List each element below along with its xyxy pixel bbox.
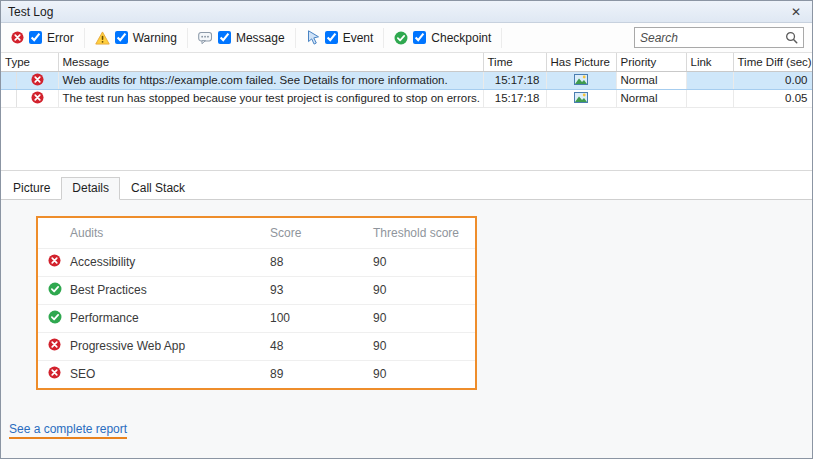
pass-icon [38, 276, 66, 304]
details-panel: AuditsScoreThreshold score Accessibility… [1, 200, 812, 458]
audit-name: Best Practices [66, 276, 266, 304]
log-message: Web audits for https://example.com faile… [58, 71, 483, 89]
event-icon [306, 30, 320, 45]
error-icon [11, 31, 24, 44]
audit-name: SEO [66, 360, 266, 388]
column-header-time-diff-sec-[interactable]: Time Diff (sec) [733, 53, 812, 71]
audit-table-body: Accessibility8890Best Practices9390Perfo… [38, 248, 475, 388]
message-icon [198, 31, 213, 45]
audit-column-header-audits: Audits [66, 218, 266, 248]
log-time: 15:17:18 [483, 71, 546, 89]
filter-warning[interactable]: Warning [85, 28, 188, 48]
filter-event[interactable]: Event [296, 28, 385, 48]
column-header-link[interactable]: Link [686, 53, 733, 71]
audit-column-header-score: Score [266, 218, 369, 248]
filter-label: Message [236, 31, 285, 45]
audit-score: 100 [266, 304, 369, 332]
filter-label: Error [47, 31, 74, 45]
tab-call-stack[interactable]: Call Stack [120, 177, 196, 199]
tab-picture[interactable]: Picture [2, 177, 61, 199]
audit-name: Accessibility [66, 248, 266, 276]
filter-label: Checkpoint [431, 31, 491, 45]
log-table: TypeMessageTimeHas PicturePriorityLinkTi… [1, 53, 812, 108]
filter-error[interactable]: Error [9, 28, 85, 48]
audit-row: Performance10090 [38, 304, 475, 332]
picture-icon[interactable] [546, 71, 616, 89]
title-bar: Test Log ✕ [1, 1, 812, 23]
filter-label: Warning [133, 31, 177, 45]
column-header-has-picture[interactable]: Has Picture [546, 53, 616, 71]
audit-threshold: 90 [369, 332, 475, 360]
error-icon [16, 89, 58, 107]
log-grid: TypeMessageTimeHas PicturePriorityLinkTi… [1, 53, 812, 171]
audit-threshold: 90 [369, 248, 475, 276]
column-header-time[interactable]: Time [483, 53, 546, 71]
audit-score: 88 [266, 248, 369, 276]
filter-checkpoint[interactable]: Checkpoint [384, 28, 502, 48]
error-icon [38, 360, 66, 388]
audit-threshold: 90 [369, 304, 475, 332]
filter-warning-checkbox[interactable] [115, 31, 128, 44]
audit-score: 48 [266, 332, 369, 360]
log-priority: Normal [616, 89, 686, 107]
audit-row: Best Practices9390 [38, 276, 475, 304]
log-row[interactable]: The test run has stopped because your te… [1, 89, 812, 107]
tab-details[interactable]: Details [61, 177, 120, 200]
log-link [686, 89, 733, 107]
warning-icon [95, 31, 110, 45]
search-box [634, 27, 804, 48]
audit-icon-column-header [38, 218, 66, 248]
row-indicator [1, 89, 16, 107]
audit-threshold: 90 [369, 276, 475, 304]
error-icon [38, 332, 66, 360]
window-title: Test Log [8, 5, 787, 19]
pass-icon [38, 304, 66, 332]
log-time: 15:17:18 [483, 89, 546, 107]
error-icon [38, 248, 66, 276]
picture-icon[interactable] [546, 89, 616, 107]
column-header-message[interactable]: Message [58, 53, 483, 71]
checkpoint-icon [394, 31, 408, 45]
log-priority: Normal [616, 71, 686, 89]
filter-error-checkbox[interactable] [29, 31, 42, 44]
log-message: The test run has stopped because your te… [58, 89, 483, 107]
column-header-priority[interactable]: Priority [616, 53, 686, 71]
audit-score: 93 [266, 276, 369, 304]
audit-name: Performance [66, 304, 266, 332]
close-icon[interactable]: ✕ [787, 5, 805, 19]
search-input[interactable] [640, 31, 781, 45]
test-log-window: { "window": { "title": "Test Log", "clos… [0, 0, 813, 459]
tab-strip: Picture Details Call Stack [1, 177, 812, 200]
audit-results-box: AuditsScoreThreshold score Accessibility… [36, 216, 477, 390]
log-header-row: TypeMessageTimeHas PicturePriorityLinkTi… [1, 53, 812, 71]
audit-column-header-threshold-score: Threshold score [369, 218, 475, 248]
audit-row: SEO8990 [38, 360, 475, 388]
log-link [686, 71, 733, 89]
column-header-type[interactable]: Type [1, 53, 58, 71]
log-time-diff: 0.05 [733, 89, 812, 107]
filter-bar: ErrorWarningMessageEventCheckpoint [9, 23, 502, 52]
audit-score: 89 [266, 360, 369, 388]
filter-message-checkbox[interactable] [218, 31, 231, 44]
search-icon[interactable] [785, 31, 798, 44]
log-time-diff: 0.00 [733, 71, 812, 89]
filter-toolbar: ErrorWarningMessageEventCheckpoint [1, 23, 812, 53]
filter-label: Event [343, 31, 374, 45]
audit-row: Progressive Web App4890 [38, 332, 475, 360]
audit-name: Progressive Web App [66, 332, 266, 360]
audit-table: AuditsScoreThreshold score Accessibility… [38, 218, 475, 388]
audit-header-row: AuditsScoreThreshold score [38, 218, 475, 248]
audit-row: Accessibility8890 [38, 248, 475, 276]
row-indicator [1, 71, 16, 89]
filter-message[interactable]: Message [188, 28, 296, 48]
log-row[interactable]: Web audits for https://example.com faile… [1, 71, 812, 89]
complete-report-link[interactable]: See a complete report [9, 422, 127, 439]
log-table-body: Web audits for https://example.com faile… [1, 71, 812, 107]
filter-checkpoint-checkbox[interactable] [413, 31, 426, 44]
error-icon [16, 71, 58, 89]
audit-threshold: 90 [369, 360, 475, 388]
filter-event-checkbox[interactable] [325, 31, 338, 44]
